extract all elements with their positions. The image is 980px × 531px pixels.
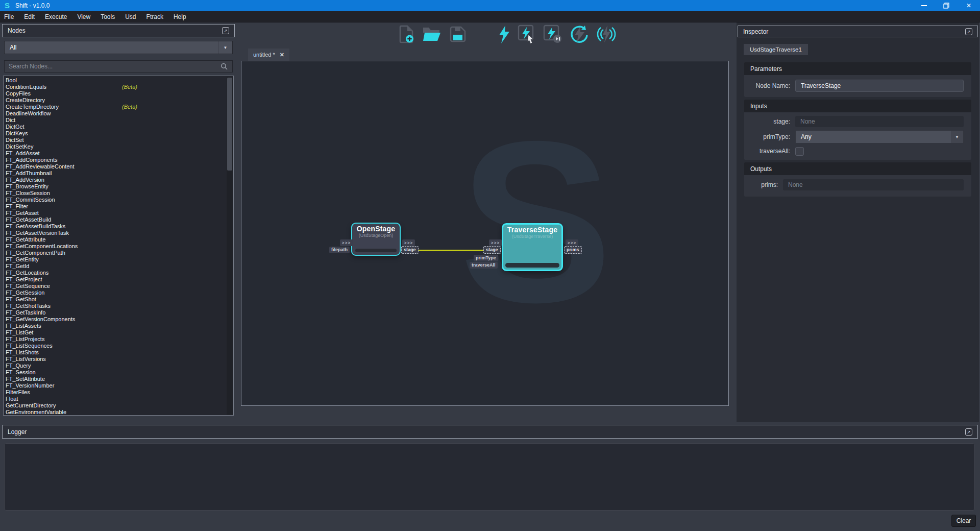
menu-item-edit[interactable]: Edit <box>19 11 40 22</box>
traverseall-checkbox[interactable] <box>795 147 804 156</box>
tab-close-icon[interactable]: ✕ <box>280 52 284 58</box>
port-filepath[interactable]: filepath <box>329 247 350 253</box>
list-item[interactable]: FT_Query <box>6 363 233 369</box>
list-item[interactable]: FT_GetVersionComponents <box>6 316 233 323</box>
list-item[interactable]: DictKeys <box>6 130 233 137</box>
list-item[interactable]: DictSet <box>6 137 233 143</box>
logger-output[interactable] <box>4 443 975 511</box>
list-item[interactable]: FT_GetSession <box>6 289 233 296</box>
node-traversestage[interactable]: TraverseStage (UsdStageTraverse) <box>502 223 563 271</box>
node-filter-dropdown[interactable]: All ▼ <box>4 41 233 54</box>
inspector-node-tab[interactable]: UsdStageTraverse1 <box>744 44 808 55</box>
refresh-execute-button[interactable] <box>570 25 589 44</box>
list-item[interactable]: FT_BrowseEntity <box>6 183 233 190</box>
list-item[interactable]: FT_ListAssets <box>6 323 233 329</box>
menu-item-view[interactable]: View <box>72 11 95 22</box>
port-stage-out[interactable]: stage <box>401 246 419 254</box>
popout-icon[interactable]: ↗ <box>965 428 972 436</box>
list-item[interactable]: FT_GetAssetBuild <box>6 216 233 223</box>
list-item[interactable]: FT_GetEntity <box>6 256 233 263</box>
list-item[interactable]: CreateDirectory <box>6 97 233 104</box>
list-item[interactable]: FT_Filter <box>6 203 233 210</box>
flow-in-port[interactable]: >>> <box>489 239 502 246</box>
search-input[interactable] <box>9 63 220 70</box>
primtype-dropdown[interactable]: Any ▼ <box>795 130 964 143</box>
graph-canvas[interactable]: S OpenStage (UsdStageOpen) >>> filepath … <box>241 61 729 406</box>
open-scene-button[interactable] <box>422 26 442 43</box>
list-item[interactable]: FT_GetComponentLocations <box>6 243 233 250</box>
list-item[interactable]: FT_AddComponents <box>6 157 233 163</box>
node-name-input[interactable]: TraverseStage <box>795 80 964 92</box>
list-item[interactable]: Dict <box>6 117 233 124</box>
minimize-button[interactable] <box>913 0 935 11</box>
flow-out-port[interactable]: >>> <box>566 239 578 246</box>
list-item[interactable]: CreateTempDirectory(Beta) <box>6 104 233 110</box>
list-item[interactable]: GetCurrentDirectory <box>6 402 233 409</box>
list-item[interactable]: FT_GetAttribute <box>6 236 233 243</box>
list-item[interactable]: FT_AddThumbnail <box>6 170 233 177</box>
list-item[interactable]: FT_GetId <box>6 263 233 270</box>
scrollbar-thumb[interactable] <box>227 78 232 171</box>
list-item[interactable]: FT_AddVersion <box>6 177 233 183</box>
chevron-down-icon[interactable]: ▼ <box>951 131 963 143</box>
live-execute-button[interactable] <box>596 25 617 44</box>
list-item[interactable]: FT_GetLocations <box>6 270 233 276</box>
list-item[interactable]: FilterFiles <box>6 389 233 396</box>
list-item[interactable]: FT_ListVersions <box>6 356 233 363</box>
list-item[interactable]: FT_GetProject <box>6 276 233 283</box>
clear-logger-button[interactable]: Clear <box>951 515 976 527</box>
menu-item-execute[interactable]: Execute <box>40 11 72 22</box>
list-item[interactable]: DeadlineWorkflow <box>6 110 233 117</box>
scrollbar[interactable] <box>227 77 233 415</box>
list-item[interactable]: FT_Session <box>6 369 233 376</box>
list-item[interactable]: FT_ListGet <box>6 329 233 336</box>
list-item[interactable]: Float <box>6 396 233 402</box>
list-item[interactable]: DictGet <box>6 124 233 130</box>
connection-wire[interactable] <box>418 250 484 251</box>
list-item[interactable]: FT_ListSequences <box>6 343 233 349</box>
list-item[interactable]: FT_AddReviewableContent <box>6 163 233 170</box>
popout-icon[interactable]: ↗ <box>222 27 229 34</box>
close-button[interactable]: ✕ <box>958 0 980 11</box>
list-item[interactable]: FT_GetSequence <box>6 283 233 289</box>
new-scene-button[interactable] <box>399 25 414 44</box>
list-item[interactable]: FT_VersionNumber <box>6 382 233 389</box>
list-item[interactable]: ConditionEquals(Beta) <box>6 84 233 90</box>
execute-button[interactable] <box>497 25 510 44</box>
execute-selected-button[interactable] <box>518 25 536 44</box>
execute-until-button[interactable] <box>543 25 562 44</box>
list-item[interactable]: FT_CloseSession <box>6 190 233 197</box>
save-scene-button[interactable] <box>449 26 467 43</box>
port-stage-in[interactable]: stage <box>483 246 501 254</box>
list-item[interactable]: FT_GetComponentPath <box>6 250 233 256</box>
list-item[interactable]: FT_GetShot <box>6 296 233 303</box>
menu-item-file[interactable]: File <box>0 11 19 22</box>
list-item[interactable]: FT_SetAttribute <box>6 376 233 382</box>
list-item[interactable]: FT_GetTaskInfo <box>6 309 233 316</box>
list-item[interactable]: DictSetKey <box>6 143 233 150</box>
list-item[interactable]: FT_AddAsset <box>6 150 233 157</box>
list-item[interactable]: FT_ListShots <box>6 349 233 356</box>
list-item[interactable]: FT_GetAssetBuildTasks <box>6 223 233 230</box>
menu-item-help[interactable]: Help <box>168 11 191 22</box>
list-item[interactable]: FT_CommitSession <box>6 197 233 203</box>
port-prims-out[interactable]: prims <box>564 246 582 254</box>
list-item[interactable]: FT_GetShotTasks <box>6 303 233 309</box>
port-traverseall[interactable]: traverseAll <box>470 262 498 269</box>
menu-item-usd[interactable]: Usd <box>120 11 141 22</box>
list-item[interactable]: Bool <box>6 77 233 84</box>
flow-out-port[interactable]: >>> <box>402 239 415 246</box>
list-item[interactable]: FT_GetAsset <box>6 210 233 216</box>
list-item[interactable]: FT_ListProjects <box>6 336 233 343</box>
list-item[interactable]: CopyFiles <box>6 90 233 97</box>
list-item[interactable]: GetEnvironmentVariable <box>6 409 233 416</box>
menu-item-tools[interactable]: Tools <box>95 11 120 22</box>
flow-in-port[interactable]: >>> <box>340 239 353 246</box>
port-primtype[interactable]: primType <box>474 255 498 261</box>
menu-item-ftrack[interactable]: Ftrack <box>141 11 168 22</box>
maximize-button[interactable] <box>935 0 958 11</box>
tab-untitled[interactable]: untitled * ✕ <box>248 49 289 61</box>
popout-icon[interactable]: ↗ <box>965 28 972 35</box>
list-item[interactable]: FT_GetAssetVersionTask <box>6 230 233 236</box>
node-openstage[interactable]: OpenStage (UsdStageOpen) <box>351 223 401 256</box>
